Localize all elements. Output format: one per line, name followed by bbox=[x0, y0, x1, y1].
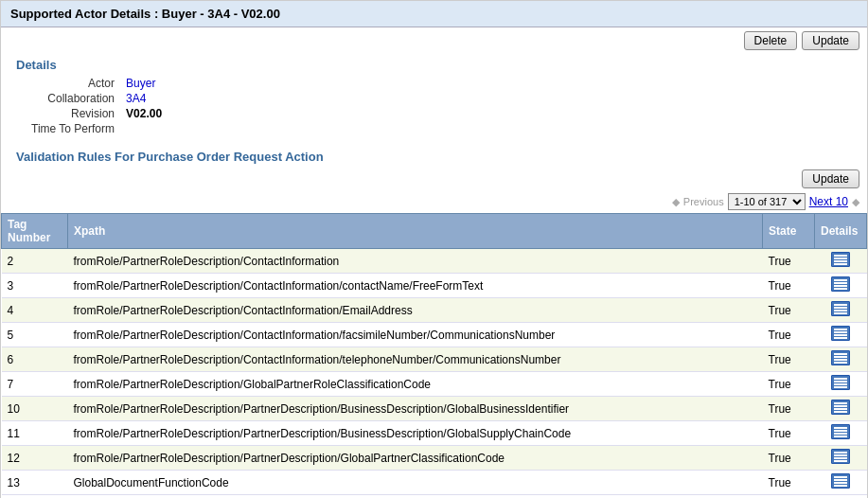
cell-details bbox=[815, 372, 867, 397]
cell-details bbox=[815, 397, 867, 421]
table-row: 7fromRole/PartnerRoleDescription/GlobalP… bbox=[2, 372, 867, 397]
cell-xpath: fromRole/PartnerRoleDescription/PartnerD… bbox=[68, 421, 763, 446]
cell-state: True bbox=[763, 397, 815, 421]
page-title: Supported Actor Details : Buyer - 3A4 - … bbox=[1, 1, 867, 27]
cell-state: True bbox=[763, 274, 815, 298]
prev-arrow-top: ◆ bbox=[672, 196, 680, 208]
cell-state: True bbox=[763, 323, 815, 347]
details-title: Details bbox=[16, 58, 852, 72]
cell-details bbox=[815, 471, 867, 495]
delete-button[interactable]: Delete bbox=[744, 31, 798, 50]
next-label-top[interactable]: Next 10 bbox=[809, 195, 848, 208]
time-to-perform-label: Time To Perform bbox=[26, 121, 120, 136]
cell-tag-number: 6 bbox=[2, 347, 68, 372]
cell-xpath: fromRole/PartnerRoleDescription/ContactI… bbox=[68, 249, 763, 274]
cell-details bbox=[815, 249, 867, 274]
details-icon[interactable] bbox=[831, 424, 850, 439]
cell-details bbox=[815, 347, 867, 372]
details-icon[interactable] bbox=[831, 276, 850, 292]
update-btn-row: Update bbox=[1, 168, 867, 190]
col-tag-number: Tag Number bbox=[2, 214, 68, 249]
revision-label: Revision bbox=[26, 106, 120, 121]
collaboration-label: Collaboration bbox=[26, 91, 120, 106]
cell-tag-number: 7 bbox=[2, 372, 68, 397]
col-details: Details bbox=[815, 214, 867, 249]
cell-xpath: fromRole/PartnerRoleDescription/PartnerD… bbox=[68, 446, 763, 471]
table-row: 12fromRole/PartnerRoleDescription/Partne… bbox=[2, 446, 867, 471]
details-section: Details Actor Buyer Collaboration 3A4 Re… bbox=[1, 54, 867, 144]
page-range-select-top[interactable]: 1-10 of 317 bbox=[728, 193, 806, 210]
cell-tag-number: 12 bbox=[2, 446, 68, 471]
validation-title: Validation Rules For Purchase Order Requ… bbox=[1, 144, 867, 168]
col-state: State bbox=[763, 214, 815, 249]
table-row: 11fromRole/PartnerRoleDescription/Partne… bbox=[2, 421, 867, 446]
table-row: 3fromRole/PartnerRoleDescription/Contact… bbox=[2, 274, 867, 298]
actor-label: Actor bbox=[26, 76, 120, 91]
details-icon[interactable] bbox=[831, 301, 850, 316]
cell-state: True bbox=[763, 298, 815, 323]
cell-tag-number: 3 bbox=[2, 274, 68, 298]
cell-state: True bbox=[763, 446, 815, 471]
cell-tag-number: 11 bbox=[2, 421, 68, 446]
cell-details bbox=[815, 298, 867, 323]
cell-xpath: fromRole/PartnerRoleDescription/ContactI… bbox=[68, 323, 763, 347]
details-icon[interactable] bbox=[831, 449, 850, 464]
next-arrow-top: ◆ bbox=[852, 196, 859, 208]
table-row: 10fromRole/PartnerRoleDescription/Partne… bbox=[2, 397, 867, 421]
data-table: Tag Number Xpath State Details 2fromRole… bbox=[1, 213, 867, 495]
table-row: 4fromRole/PartnerRoleDescription/Contact… bbox=[2, 298, 867, 323]
pagination-top: ◆ Previous 1-10 of 317 Next 10 ◆ bbox=[1, 190, 867, 213]
cell-state: True bbox=[763, 347, 815, 372]
cell-xpath: GlobalDocumentFunctionCode bbox=[68, 471, 763, 495]
cell-details bbox=[815, 421, 867, 446]
table-row: 5fromRole/PartnerRoleDescription/Contact… bbox=[2, 323, 867, 347]
cell-tag-number: 5 bbox=[2, 323, 68, 347]
details-icon[interactable] bbox=[831, 252, 850, 267]
cell-tag-number: 10 bbox=[2, 397, 68, 421]
details-icon[interactable] bbox=[831, 400, 850, 415]
cell-tag-number: 2 bbox=[2, 249, 68, 274]
table-row: 13GlobalDocumentFunctionCodeTrue bbox=[2, 471, 867, 495]
previous-label-top: Previous bbox=[683, 196, 724, 207]
cell-details bbox=[815, 323, 867, 347]
cell-details bbox=[815, 274, 867, 298]
cell-state: True bbox=[763, 372, 815, 397]
actor-link[interactable]: Buyer bbox=[126, 77, 155, 90]
time-to-perform-value bbox=[120, 121, 168, 136]
cell-xpath: fromRole/PartnerRoleDescription/ContactI… bbox=[68, 347, 763, 372]
actor-value: Buyer bbox=[120, 76, 168, 91]
cell-state: True bbox=[763, 249, 815, 274]
top-actions: Delete Update bbox=[1, 27, 867, 54]
cell-xpath: fromRole/PartnerRoleDescription/PartnerD… bbox=[68, 397, 763, 421]
details-icon[interactable] bbox=[831, 326, 850, 341]
revision-value: V02.00 bbox=[120, 106, 168, 121]
cell-state: True bbox=[763, 471, 815, 495]
table-row: 6fromRole/PartnerRoleDescription/Contact… bbox=[2, 347, 867, 372]
details-icon[interactable] bbox=[831, 375, 850, 390]
collaboration-value: 3A4 bbox=[120, 91, 168, 106]
details-icon[interactable] bbox=[831, 473, 850, 489]
details-table: Actor Buyer Collaboration 3A4 Revision V… bbox=[26, 76, 168, 136]
cell-xpath: fromRole/PartnerRoleDescription/ContactI… bbox=[68, 274, 763, 298]
cell-tag-number: 13 bbox=[2, 471, 68, 495]
cell-xpath: fromRole/PartnerRoleDescription/GlobalPa… bbox=[68, 372, 763, 397]
update-button-top[interactable]: Update bbox=[802, 31, 859, 50]
col-xpath: Xpath bbox=[68, 214, 763, 249]
details-icon[interactable] bbox=[831, 350, 850, 365]
cell-xpath: fromRole/PartnerRoleDescription/ContactI… bbox=[68, 298, 763, 323]
update-button-table-top[interactable]: Update bbox=[802, 169, 859, 188]
cell-details bbox=[815, 446, 867, 471]
cell-state: True bbox=[763, 421, 815, 446]
table-row: 2fromRole/PartnerRoleDescription/Contact… bbox=[2, 249, 867, 274]
collaboration-link[interactable]: 3A4 bbox=[126, 92, 146, 105]
cell-tag-number: 4 bbox=[2, 298, 68, 323]
